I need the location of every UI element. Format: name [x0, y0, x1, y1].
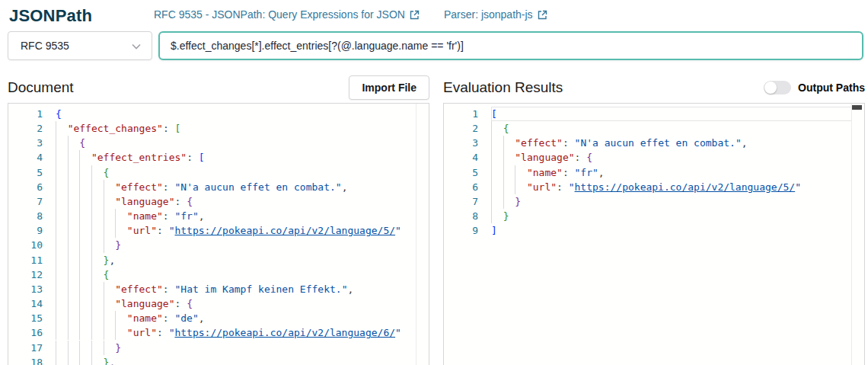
code-token: {	[503, 123, 509, 134]
code-token: {	[56, 108, 62, 120]
indent-guide	[79, 223, 91, 238]
line-number: 3	[8, 136, 56, 150]
url-link[interactable]: https://pokeapi.co/api/v2/language/5/	[174, 225, 395, 236]
indent-guide	[79, 180, 91, 194]
indent-guide	[56, 341, 68, 355]
code-token: "name"	[527, 167, 563, 178]
code-token: :	[157, 225, 169, 236]
editor-line: 4"effect_entries": [	[8, 150, 429, 165]
editor-line: 12{	[8, 267, 429, 282]
code-token: "url"	[127, 225, 157, 236]
code-token: :	[563, 137, 575, 149]
editor-line: 16"url": "https://pokeapi.co/api/v2/lang…	[8, 325, 429, 340]
indent-guide	[104, 296, 116, 311]
indent-guide	[68, 341, 80, 355]
document-editor[interactable]: 1{2"effect_changes": [3{4"effect_entries…	[8, 103, 429, 365]
document-panel: Document Import File 1{2"effect_changes"…	[8, 74, 429, 365]
indent-guide	[56, 209, 68, 223]
code-token: :	[174, 298, 187, 309]
results-editor[interactable]: 1[2{3"effect": "N'a aucun effet en comba…	[443, 103, 865, 365]
line-number: 4	[8, 150, 56, 165]
indent-guide	[503, 136, 515, 150]
line-number: 13	[8, 282, 56, 296]
code-token: "	[395, 327, 401, 338]
code-token: "effect"	[115, 283, 163, 295]
indent-guide	[104, 238, 116, 252]
code-token: }	[115, 239, 121, 251]
code-token: "effect"	[115, 181, 163, 193]
indent-guide	[91, 341, 104, 355]
code-token: [	[199, 152, 205, 163]
code-token: "name"	[127, 312, 163, 324]
line-number: 8	[444, 209, 491, 223]
indent-guide	[68, 223, 80, 238]
editor-line: 3"effect": "N'a aucun effet en combat.",	[444, 136, 864, 150]
line-number: 2	[444, 121, 491, 136]
editor-line: 17}	[8, 341, 429, 355]
line-number: 4	[444, 150, 491, 165]
scrollbar-divider	[851, 104, 852, 365]
indent-guide	[56, 223, 68, 238]
code-token: "	[395, 225, 401, 236]
code-token: "effect_entries"	[91, 152, 187, 163]
code-token: "effect"	[515, 137, 563, 149]
code-token: "	[795, 181, 801, 193]
indent-guide	[91, 325, 104, 340]
parser-link-label: Parser: jsonpath-js	[444, 8, 533, 21]
indent-guide	[79, 150, 91, 165]
line-number: 5	[444, 165, 491, 180]
line-number: 6	[8, 180, 56, 194]
query-input[interactable]	[158, 31, 863, 60]
indent-guide	[91, 223, 104, 238]
indent-guide	[104, 341, 116, 355]
editor-line: 15"name": "de",	[8, 311, 429, 325]
indent-guide	[104, 209, 116, 223]
indent-guide	[503, 150, 515, 165]
code-token: "fr"	[174, 210, 198, 222]
indent-guide	[68, 238, 80, 252]
indent-guide	[79, 282, 91, 296]
import-file-button[interactable]: Import File	[349, 75, 429, 100]
url-link[interactable]: https://pokeapi.co/api/v2/language/5/	[575, 181, 796, 193]
indent-guide	[515, 165, 527, 180]
indent-guide	[91, 311, 104, 325]
line-number: 15	[8, 311, 56, 325]
output-paths-toggle[interactable]	[764, 81, 791, 94]
indent-guide	[68, 209, 80, 223]
line-number: 14	[8, 296, 56, 311]
indent-guide	[104, 311, 116, 325]
indent-guide	[491, 165, 503, 180]
spec-select[interactable]: RFC 9535	[8, 31, 152, 60]
code-token: "fr"	[575, 167, 598, 178]
parser-link[interactable]: Parser: jsonpath-js	[444, 8, 547, 21]
code-token: :	[187, 152, 199, 163]
code-token: :	[174, 196, 187, 207]
editor-line: 6"effect": "N'a aucun effet en combat.",	[8, 180, 429, 194]
code-token: {	[586, 152, 592, 163]
editor-line: 10}	[8, 238, 429, 252]
indent-guide	[104, 180, 116, 194]
code-token: ,	[199, 210, 205, 222]
indent-guide	[491, 209, 503, 223]
editor-line: 11},	[8, 253, 429, 267]
editor-line: 2{	[444, 121, 864, 136]
page-title: JSONPath	[9, 6, 154, 26]
code-token: "url"	[127, 327, 157, 338]
code-token: :	[163, 123, 175, 134]
editor-line: 7"language": {	[8, 194, 429, 209]
code-token: "name"	[127, 210, 163, 222]
indent-guide	[68, 180, 80, 194]
code-token: ,	[342, 181, 348, 193]
code-token: {	[79, 137, 85, 149]
overview-ruler-mark[interactable]	[852, 105, 862, 110]
indent-guide	[56, 150, 68, 165]
code-token: "Hat im Kampf keinen Effekt."	[174, 283, 347, 295]
spec-link[interactable]: RFC 9535 - JSONPath: Query Expressions f…	[154, 8, 420, 21]
url-link[interactable]: https://pokeapi.co/api/v2/language/6/	[174, 327, 395, 338]
code-token: :	[163, 181, 175, 193]
indent-guide	[68, 194, 80, 209]
line-number: 9	[8, 223, 56, 238]
indent-guide	[79, 165, 91, 180]
document-heading: Document	[8, 79, 74, 96]
indent-guide	[68, 136, 80, 150]
